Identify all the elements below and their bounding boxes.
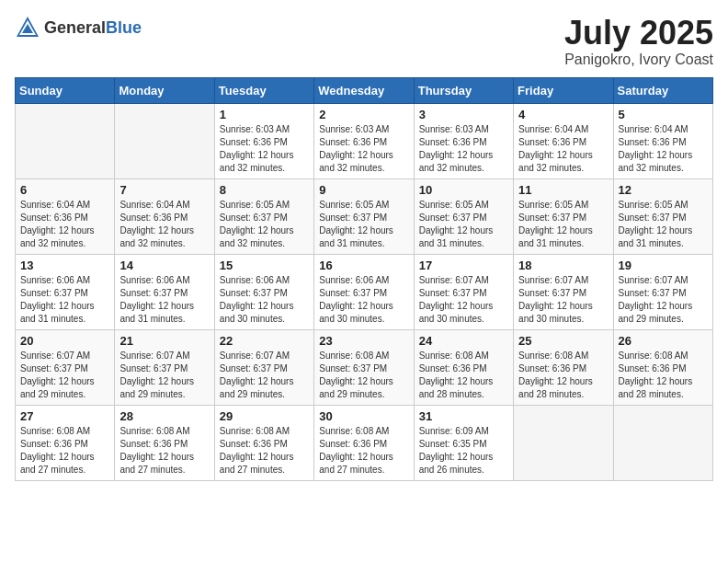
day-number: 20 bbox=[20, 334, 109, 348]
calendar-week-row: 6Sunrise: 6:04 AM Sunset: 6:36 PM Daylig… bbox=[16, 178, 713, 254]
day-detail: Sunrise: 6:03 AM Sunset: 6:36 PM Dayligh… bbox=[319, 123, 408, 175]
day-detail: Sunrise: 6:05 AM Sunset: 6:37 PM Dayligh… bbox=[419, 199, 508, 250]
day-number: 13 bbox=[20, 259, 109, 272]
calendar-day-cell: 17Sunrise: 6:07 AM Sunset: 6:37 PM Dayli… bbox=[414, 254, 513, 329]
day-detail: Sunrise: 6:07 AM Sunset: 6:37 PM Dayligh… bbox=[220, 350, 309, 401]
title-area: July 2025 Panigokro, Ivory Coast bbox=[564, 15, 713, 68]
calendar-day-cell: 18Sunrise: 6:07 AM Sunset: 6:37 PM Dayli… bbox=[514, 254, 613, 329]
day-number: 24 bbox=[419, 334, 508, 348]
calendar-day-cell: 24Sunrise: 6:08 AM Sunset: 6:36 PM Dayli… bbox=[414, 329, 513, 405]
calendar-day-cell: 9Sunrise: 6:05 AM Sunset: 6:37 PM Daylig… bbox=[314, 178, 414, 254]
page-header: GeneralBlue July 2025 Panigokro, Ivory C… bbox=[15, 15, 713, 68]
calendar-day-cell: 2Sunrise: 6:03 AM Sunset: 6:36 PM Daylig… bbox=[314, 103, 414, 178]
weekday-header-row: SundayMondayTuesdayWednesdayThursdayFrid… bbox=[16, 77, 713, 103]
calendar-day-cell: 7Sunrise: 6:04 AM Sunset: 6:36 PM Daylig… bbox=[115, 178, 214, 254]
day-detail: Sunrise: 6:09 AM Sunset: 6:35 PM Dayligh… bbox=[419, 425, 508, 477]
calendar-day-cell: 22Sunrise: 6:07 AM Sunset: 6:37 PM Dayli… bbox=[214, 329, 313, 405]
day-number: 4 bbox=[518, 108, 608, 121]
calendar-day-cell: 29Sunrise: 6:08 AM Sunset: 6:36 PM Dayli… bbox=[214, 405, 313, 480]
day-number: 7 bbox=[119, 183, 209, 197]
day-number: 30 bbox=[319, 409, 408, 423]
calendar-day-cell: 31Sunrise: 6:09 AM Sunset: 6:35 PM Dayli… bbox=[414, 405, 513, 480]
day-number: 18 bbox=[518, 259, 608, 272]
calendar-week-row: 13Sunrise: 6:06 AM Sunset: 6:37 PM Dayli… bbox=[16, 254, 713, 329]
day-detail: Sunrise: 6:08 AM Sunset: 6:36 PM Dayligh… bbox=[619, 350, 708, 401]
calendar-week-row: 20Sunrise: 6:07 AM Sunset: 6:37 PM Dayli… bbox=[16, 329, 713, 405]
calendar-day-cell: 4Sunrise: 6:04 AM Sunset: 6:36 PM Daylig… bbox=[514, 103, 613, 178]
day-detail: Sunrise: 6:07 AM Sunset: 6:37 PM Dayligh… bbox=[518, 274, 608, 326]
day-number: 26 bbox=[619, 334, 708, 348]
day-detail: Sunrise: 6:08 AM Sunset: 6:36 PM Dayligh… bbox=[419, 350, 508, 401]
calendar-day-cell: 6Sunrise: 6:04 AM Sunset: 6:36 PM Daylig… bbox=[16, 178, 115, 254]
day-detail: Sunrise: 6:07 AM Sunset: 6:37 PM Dayligh… bbox=[619, 274, 708, 326]
day-number: 21 bbox=[119, 334, 209, 348]
day-number: 14 bbox=[119, 259, 209, 272]
day-number: 31 bbox=[419, 409, 508, 423]
day-number: 29 bbox=[220, 409, 309, 423]
calendar-day-cell bbox=[613, 405, 712, 480]
calendar-day-cell: 16Sunrise: 6:06 AM Sunset: 6:37 PM Dayli… bbox=[314, 254, 414, 329]
day-number: 23 bbox=[319, 334, 408, 348]
calendar-day-cell: 11Sunrise: 6:05 AM Sunset: 6:37 PM Dayli… bbox=[514, 178, 613, 254]
calendar-day-cell: 23Sunrise: 6:08 AM Sunset: 6:37 PM Dayli… bbox=[314, 329, 414, 405]
day-detail: Sunrise: 6:04 AM Sunset: 6:36 PM Dayligh… bbox=[20, 199, 109, 250]
day-detail: Sunrise: 6:07 AM Sunset: 6:37 PM Dayligh… bbox=[419, 274, 508, 326]
day-detail: Sunrise: 6:08 AM Sunset: 6:36 PM Dayligh… bbox=[518, 350, 608, 401]
day-detail: Sunrise: 6:06 AM Sunset: 6:37 PM Dayligh… bbox=[319, 274, 408, 326]
day-number: 22 bbox=[220, 334, 309, 348]
day-detail: Sunrise: 6:03 AM Sunset: 6:36 PM Dayligh… bbox=[220, 123, 309, 175]
month-title: July 2025 bbox=[564, 15, 713, 52]
calendar-day-cell: 14Sunrise: 6:06 AM Sunset: 6:37 PM Dayli… bbox=[115, 254, 214, 329]
calendar-day-cell: 10Sunrise: 6:05 AM Sunset: 6:37 PM Dayli… bbox=[414, 178, 513, 254]
weekday-header-cell: Thursday bbox=[414, 77, 513, 103]
calendar-body: 1Sunrise: 6:03 AM Sunset: 6:36 PM Daylig… bbox=[16, 103, 713, 480]
calendar-table: SundayMondayTuesdayWednesdayThursdayFrid… bbox=[15, 77, 713, 481]
day-number: 8 bbox=[220, 183, 309, 197]
weekday-header-cell: Monday bbox=[115, 77, 214, 103]
weekday-header-cell: Tuesday bbox=[214, 77, 313, 103]
day-detail: Sunrise: 6:04 AM Sunset: 6:36 PM Dayligh… bbox=[619, 123, 708, 175]
day-number: 1 bbox=[220, 108, 309, 121]
day-detail: Sunrise: 6:05 AM Sunset: 6:37 PM Dayligh… bbox=[319, 199, 408, 250]
day-number: 15 bbox=[220, 259, 309, 272]
day-detail: Sunrise: 6:03 AM Sunset: 6:36 PM Dayligh… bbox=[419, 123, 508, 175]
calendar-day-cell: 13Sunrise: 6:06 AM Sunset: 6:37 PM Dayli… bbox=[16, 254, 115, 329]
calendar-day-cell: 21Sunrise: 6:07 AM Sunset: 6:37 PM Dayli… bbox=[115, 329, 214, 405]
calendar-day-cell: 30Sunrise: 6:08 AM Sunset: 6:36 PM Dayli… bbox=[314, 405, 414, 480]
day-number: 25 bbox=[518, 334, 608, 348]
day-detail: Sunrise: 6:07 AM Sunset: 6:37 PM Dayligh… bbox=[119, 350, 209, 401]
calendar-day-cell: 25Sunrise: 6:08 AM Sunset: 6:36 PM Dayli… bbox=[514, 329, 613, 405]
day-detail: Sunrise: 6:08 AM Sunset: 6:36 PM Dayligh… bbox=[119, 425, 209, 477]
weekday-header-cell: Saturday bbox=[613, 77, 712, 103]
day-detail: Sunrise: 6:08 AM Sunset: 6:36 PM Dayligh… bbox=[319, 425, 408, 477]
day-detail: Sunrise: 6:08 AM Sunset: 6:36 PM Dayligh… bbox=[20, 425, 109, 477]
day-detail: Sunrise: 6:06 AM Sunset: 6:37 PM Dayligh… bbox=[220, 274, 309, 326]
day-detail: Sunrise: 6:06 AM Sunset: 6:37 PM Dayligh… bbox=[119, 274, 209, 326]
day-number: 9 bbox=[319, 183, 408, 197]
calendar-day-cell: 28Sunrise: 6:08 AM Sunset: 6:36 PM Dayli… bbox=[115, 405, 214, 480]
day-number: 3 bbox=[419, 108, 508, 121]
day-detail: Sunrise: 6:06 AM Sunset: 6:37 PM Dayligh… bbox=[20, 274, 109, 326]
day-number: 17 bbox=[419, 259, 508, 272]
calendar-day-cell: 12Sunrise: 6:05 AM Sunset: 6:37 PM Dayli… bbox=[613, 178, 712, 254]
calendar-day-cell: 20Sunrise: 6:07 AM Sunset: 6:37 PM Dayli… bbox=[16, 329, 115, 405]
weekday-header-cell: Sunday bbox=[16, 77, 115, 103]
day-detail: Sunrise: 6:04 AM Sunset: 6:36 PM Dayligh… bbox=[518, 123, 608, 175]
day-number: 11 bbox=[518, 183, 608, 197]
calendar-day-cell: 8Sunrise: 6:05 AM Sunset: 6:37 PM Daylig… bbox=[214, 178, 313, 254]
calendar-week-row: 1Sunrise: 6:03 AM Sunset: 6:36 PM Daylig… bbox=[16, 103, 713, 178]
logo-text-blue: Blue bbox=[106, 18, 142, 37]
day-number: 5 bbox=[619, 108, 708, 121]
day-detail: Sunrise: 6:08 AM Sunset: 6:36 PM Dayligh… bbox=[220, 425, 309, 477]
day-detail: Sunrise: 6:07 AM Sunset: 6:37 PM Dayligh… bbox=[20, 350, 109, 401]
logo-icon bbox=[15, 15, 40, 40]
calendar-day-cell: 3Sunrise: 6:03 AM Sunset: 6:36 PM Daylig… bbox=[414, 103, 513, 178]
calendar-day-cell: 15Sunrise: 6:06 AM Sunset: 6:37 PM Dayli… bbox=[214, 254, 313, 329]
day-number: 2 bbox=[319, 108, 408, 121]
day-detail: Sunrise: 6:05 AM Sunset: 6:37 PM Dayligh… bbox=[518, 199, 608, 250]
calendar-day-cell: 19Sunrise: 6:07 AM Sunset: 6:37 PM Dayli… bbox=[613, 254, 712, 329]
day-number: 19 bbox=[619, 259, 708, 272]
day-number: 28 bbox=[119, 409, 209, 423]
day-detail: Sunrise: 6:04 AM Sunset: 6:36 PM Dayligh… bbox=[119, 199, 209, 250]
calendar-day-cell: 1Sunrise: 6:03 AM Sunset: 6:36 PM Daylig… bbox=[214, 103, 313, 178]
